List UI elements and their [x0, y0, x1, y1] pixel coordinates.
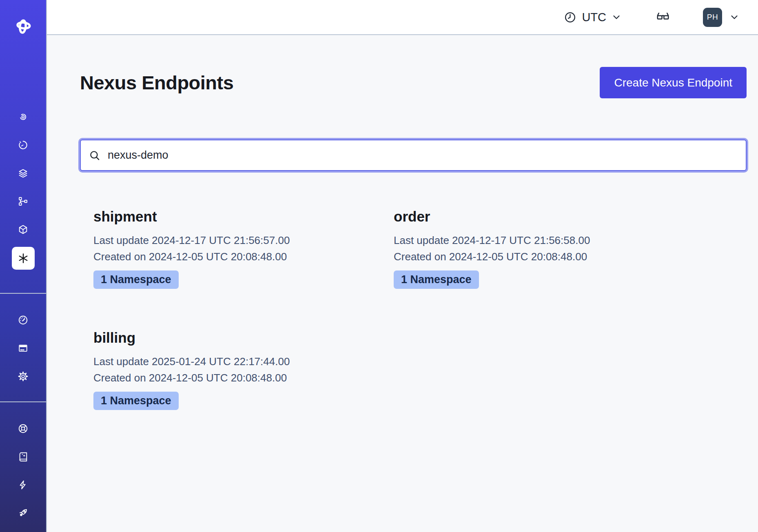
sidebar-item-docs[interactable] — [12, 448, 35, 466]
sidebar-item-layers[interactable] — [12, 164, 35, 182]
rocket-icon — [18, 508, 29, 519]
reader-mode-button[interactable] — [656, 10, 670, 24]
avatar[interactable]: PH — [703, 8, 722, 27]
endpoint-created: Created on 2024-12-05 UTC 20:08:48.00 — [93, 370, 380, 386]
endpoint-last-update: Last update 2024-12-17 UTC 21:56:58.00 — [394, 232, 680, 248]
main-content: Nexus Endpoints Create Nexus Endpoint sh… — [47, 35, 758, 532]
search-bar — [80, 140, 747, 171]
endpoint-created: Created on 2024-12-05 UTC 20:08:48.00 — [93, 248, 380, 265]
top-bar: UTC PH — [47, 0, 758, 35]
sidebar-item-gauge[interactable] — [12, 311, 35, 329]
sidebar-item-settings[interactable] — [12, 367, 35, 386]
sidebar-item-getting-started[interactable] — [12, 504, 35, 522]
sidebar-divider — [0, 293, 47, 294]
selected-tile — [12, 247, 35, 270]
sidebar-item-swirl[interactable] — [12, 108, 35, 126]
endpoint-card-billing[interactable]: billing Last update 2025-01-24 UTC 22:17… — [80, 330, 380, 410]
endpoint-name[interactable]: billing — [93, 330, 380, 346]
endpoint-card-order[interactable]: order Last update 2024-12-17 UTC 21:56:5… — [380, 208, 680, 289]
lightning-icon — [18, 479, 29, 490]
branch-icon — [18, 196, 29, 207]
sidebar-divider — [0, 401, 47, 402]
glasses-icon — [656, 10, 670, 24]
account-menu[interactable]: PH — [703, 8, 739, 27]
layers-icon — [18, 168, 29, 179]
asterisk-icon — [17, 252, 29, 264]
chevron-down-icon — [729, 12, 739, 22]
gear-icon — [18, 371, 29, 382]
timezone-picker[interactable]: UTC — [564, 11, 621, 24]
namespace-badge: 1 Namespace — [93, 392, 179, 410]
endpoint-created: Created on 2024-12-05 UTC 20:08:48.00 — [394, 248, 680, 265]
sidebar-item-support[interactable] — [12, 419, 35, 438]
sidebar — [0, 0, 47, 532]
credit-card-icon — [18, 343, 29, 354]
cube-icon — [18, 224, 29, 235]
gauge-icon — [18, 315, 29, 326]
content-column: UTC PH Nexus Endpoints Create Nexus En — [47, 0, 758, 532]
sidebar-item-cube[interactable] — [12, 220, 35, 239]
endpoint-card-shipment[interactable]: shipment Last update 2024-12-17 UTC 21:5… — [80, 208, 380, 289]
namespace-badge: 1 Namespace — [93, 270, 179, 289]
search-input[interactable] — [80, 140, 747, 171]
endpoint-name[interactable]: order — [394, 208, 680, 225]
chevron-down-icon — [612, 12, 621, 22]
swirl-icon — [18, 111, 29, 122]
timezone-label: UTC — [582, 11, 606, 24]
create-nexus-endpoint-button[interactable]: Create Nexus Endpoint — [600, 67, 747, 98]
lifebuoy-icon — [18, 423, 29, 434]
temporal-logo[interactable] — [13, 16, 33, 36]
timer-icon — [18, 140, 29, 151]
namespace-badge: 1 Namespace — [394, 270, 479, 289]
book-sparkles-icon — [18, 451, 29, 462]
page-title: Nexus Endpoints — [80, 71, 233, 94]
sidebar-item-branch[interactable] — [12, 192, 35, 211]
endpoint-last-update: Last update 2025-01-24 UTC 22:17:44.00 — [93, 353, 380, 370]
sidebar-item-actions[interactable] — [12, 476, 35, 494]
endpoint-name[interactable]: shipment — [93, 208, 380, 225]
endpoint-last-update: Last update 2024-12-17 UTC 21:56:57.00 — [93, 232, 380, 248]
endpoint-list: shipment Last update 2024-12-17 UTC 21:5… — [80, 208, 747, 410]
clock-icon — [564, 11, 576, 24]
sidebar-item-nexus[interactable] — [12, 248, 35, 268]
sidebar-item-billing[interactable] — [12, 339, 35, 357]
sidebar-item-timer[interactable] — [12, 136, 35, 154]
